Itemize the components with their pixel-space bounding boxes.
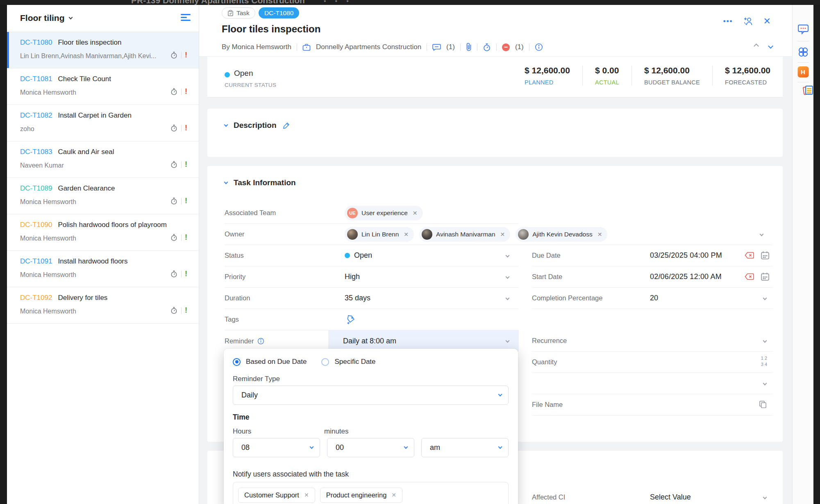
- priority-dropdown[interactable]: High: [345, 272, 360, 281]
- add-tag-icon[interactable]: [347, 315, 356, 325]
- radio-based-on-due-date[interactable]: Based on Due Date: [233, 358, 307, 366]
- task-assignees: Monica Hemsworth: [20, 308, 76, 315]
- timer-icon[interactable]: [170, 234, 178, 241]
- status-dropdown[interactable]: Open: [345, 251, 372, 260]
- quantity-icon[interactable]: 1 23 4: [761, 355, 767, 368]
- remove-chip-icon[interactable]: ✕: [304, 492, 309, 498]
- timer-icon[interactable]: [170, 124, 178, 132]
- task-title: Floor tiles inspection: [58, 39, 121, 47]
- radio-label: Based on Due Date: [246, 358, 307, 366]
- task-assignees: Lin Lin Brenn,Avinash Manivarman,Ajith K…: [20, 52, 156, 60]
- tags-label: Tags: [225, 316, 345, 323]
- duration-row: Duration 35 days: [225, 288, 519, 309]
- hours-select[interactable]: 08: [233, 438, 320, 457]
- chevron-down-icon[interactable]: [763, 381, 767, 386]
- radio-specific-date[interactable]: Specific Date: [321, 358, 375, 366]
- due-date-field[interactable]: 03/25/2025 04:00 PM: [650, 251, 722, 260]
- task-id: DC-T1081: [20, 75, 52, 83]
- reminder-label: Reminder: [225, 337, 254, 345]
- chevron-down-icon[interactable]: [763, 495, 767, 499]
- edit-description-icon[interactable]: [283, 122, 290, 129]
- calendar-icon[interactable]: [761, 272, 770, 281]
- chevron-down-icon[interactable]: [506, 275, 510, 279]
- task-list-item[interactable]: DC-T1090 Polish hardwood floors of playr…: [7, 214, 199, 251]
- priority-value: High: [345, 272, 360, 281]
- reminder-info-icon[interactable]: [257, 338, 264, 345]
- calendar-icon[interactable]: [761, 251, 770, 260]
- minutes-label: minutes: [324, 427, 349, 436]
- collapse-description-icon[interactable]: [224, 123, 228, 127]
- task-list-title-dropdown[interactable]: Floor tiling: [20, 13, 72, 23]
- timer-icon[interactable]: [170, 197, 178, 205]
- priority-alert-icon: !: [185, 233, 187, 242]
- reminder-type-select[interactable]: Daily: [233, 386, 509, 405]
- collapse-task-info-icon[interactable]: [224, 180, 228, 184]
- previous-task-button[interactable]: [754, 43, 759, 49]
- info-icon[interactable]: [535, 43, 543, 51]
- task-id: DC-T1092: [20, 294, 52, 302]
- task-list-item[interactable]: DC-T1083 Caulk and Air seal Naveen Kumar…: [7, 141, 199, 178]
- clear-date-icon[interactable]: [744, 251, 755, 259]
- start-date-value: 02/06/2025 12:00 AM: [650, 272, 722, 281]
- notify-chip[interactable]: Product engineering ✕: [320, 488, 402, 503]
- next-task-button[interactable]: [768, 43, 773, 49]
- remove-owner-icon[interactable]: ✕: [597, 231, 602, 238]
- start-date-field[interactable]: 02/06/2025 12:00 AM: [650, 272, 722, 281]
- notify-chip[interactable]: Customer Support ✕: [238, 488, 315, 503]
- minutes-select[interactable]: 00: [327, 438, 414, 457]
- timer-icon[interactable]: [170, 51, 178, 59]
- chevron-down-icon[interactable]: [763, 339, 767, 343]
- team-chip[interactable]: UE User experience ✕: [345, 206, 423, 220]
- task-information-title: Task Information: [234, 178, 296, 187]
- issues-icon[interactable]: [502, 43, 510, 51]
- task-list-item[interactable]: DC-T1092 Delivery for tiles Monica Hemsw…: [7, 287, 199, 324]
- feedback-chat-icon[interactable]: [797, 23, 809, 37]
- log-hours-icon[interactable]: [483, 43, 491, 52]
- notify-users-input[interactable]: Customer Support ✕ Product engineering ✕: [233, 482, 509, 504]
- timer-icon[interactable]: [170, 270, 178, 278]
- task-title: Install hardwood floors: [58, 257, 127, 266]
- remove-chip-icon[interactable]: ✕: [391, 492, 396, 498]
- completion-dropdown[interactable]: 20: [650, 294, 658, 302]
- h-app-icon[interactable]: H: [797, 66, 809, 77]
- budget-stat: $ 12,600.00 BUDGET BALANCE: [631, 66, 712, 86]
- chevron-down-icon: [69, 15, 73, 19]
- owner-name: Lin Lin Brenn: [361, 231, 399, 238]
- task-list-item[interactable]: DC-T1089 Garden Clearance Monica Hemswor…: [7, 178, 199, 214]
- more-actions-button[interactable]: •••: [723, 17, 733, 25]
- project-link[interactable]: Donnelly Apartments Construction: [316, 43, 421, 51]
- owner-chip[interactable]: Avinash Manivarman ✕: [419, 227, 510, 242]
- task-list-item[interactable]: DC-T1081 Check Tile Count Monica Hemswor…: [7, 68, 199, 105]
- divider: [181, 161, 182, 168]
- completion-label: Completion Percentage: [532, 294, 650, 302]
- follow-user-icon[interactable]: [743, 16, 754, 26]
- close-icon[interactable]: ✕: [763, 17, 771, 26]
- remove-owner-icon[interactable]: ✕: [404, 231, 409, 238]
- timer-icon[interactable]: [170, 88, 178, 95]
- meridiem-select[interactable]: am: [421, 438, 509, 457]
- task-list-item[interactable]: DC-T1080 Floor tiles inspection Lin Lin …: [7, 32, 199, 68]
- attachment-icon[interactable]: [466, 43, 472, 52]
- list-view-menu-button[interactable]: [181, 14, 191, 22]
- duration-field[interactable]: 35 days: [345, 294, 370, 302]
- timer-icon[interactable]: [170, 161, 178, 168]
- timer-icon[interactable]: [170, 306, 178, 314]
- chevron-down-icon[interactable]: [506, 254, 510, 258]
- comments-count: (1): [446, 43, 455, 51]
- comments-icon[interactable]: [432, 43, 441, 51]
- chevron-down-icon[interactable]: [506, 296, 510, 300]
- zia-clover-icon[interactable]: [797, 46, 809, 60]
- task-list-item[interactable]: DC-T1082 Install Carpet in Garden zoho !: [7, 105, 199, 141]
- task-author: By Monica Hemsworth: [222, 43, 291, 51]
- remove-team-icon[interactable]: ✕: [413, 210, 418, 216]
- remove-owner-icon[interactable]: ✕: [500, 231, 505, 238]
- chevron-down-icon[interactable]: [760, 232, 764, 236]
- affected-ci-dropdown[interactable]: Select Value: [650, 493, 691, 502]
- owner-chip[interactable]: Ajith Kevin Devadoss ✕: [516, 227, 607, 242]
- chevron-down-icon[interactable]: [763, 296, 767, 300]
- task-type-chip[interactable]: Task: [222, 7, 255, 18]
- owner-chip[interactable]: Lin Lin Brenn ✕: [345, 227, 414, 242]
- copy-icon[interactable]: [759, 400, 767, 409]
- clear-date-icon[interactable]: [744, 272, 755, 281]
- task-list-item[interactable]: DC-T1091 Install hardwood floors Monica …: [7, 251, 199, 287]
